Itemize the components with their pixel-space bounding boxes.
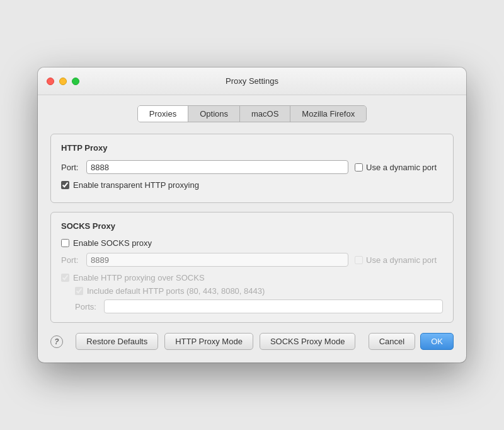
socks-port-input[interactable]	[86, 253, 348, 267]
http-transparent-label: Enable transparent HTTP proxying	[73, 180, 199, 190]
tab-proxies[interactable]: Proxies	[138, 106, 188, 122]
socks-http-over-socks-label: Enable HTTP proxying over SOCKS	[73, 273, 205, 282]
socks-default-ports-checkbox[interactable]	[75, 287, 83, 295]
restore-defaults-button[interactable]: Restore Defaults	[76, 333, 158, 350]
close-button[interactable]	[47, 78, 54, 85]
http-proxy-section: HTTP Proxy Port: Use a dynamic port Enab…	[50, 134, 454, 203]
http-transparent-row: Enable transparent HTTP proxying	[61, 180, 443, 190]
help-button[interactable]: ?	[50, 335, 63, 348]
http-transparent-checkbox[interactable]	[61, 181, 69, 189]
tab-group: Proxies Options macOS Mozilla Firefox	[137, 105, 367, 122]
socks-ports-sub-label: Ports:	[75, 302, 99, 311]
http-proxy-label: HTTP Proxy	[61, 143, 443, 153]
socks-enable-row: Enable SOCKS proxy	[61, 238, 443, 248]
socks-proxy-label: SOCKS Proxy	[61, 221, 443, 231]
tab-bar: Proxies Options macOS Mozilla Firefox	[50, 105, 454, 122]
cancel-button[interactable]: Cancel	[369, 333, 415, 350]
minimize-button[interactable]	[59, 78, 67, 85]
http-dynamic-port-checkbox[interactable]	[355, 163, 363, 171]
socks-enable-label: Enable SOCKS proxy	[73, 238, 152, 248]
http-port-input[interactable]	[86, 160, 348, 174]
bottom-right-buttons: Cancel OK	[369, 333, 454, 350]
socks-port-label: Port:	[61, 255, 80, 265]
http-port-label: Port:	[61, 163, 80, 172]
http-dynamic-port-row: Use a dynamic port	[355, 163, 443, 172]
maximize-button[interactable]	[72, 78, 79, 85]
ok-button[interactable]: OK	[420, 333, 454, 350]
socks-ports-sub-row: Ports:	[75, 299, 443, 313]
http-proxy-mode-button[interactable]: HTTP Proxy Mode	[164, 333, 253, 350]
socks-default-ports-label: Include default HTTP ports (80, 443, 808…	[87, 286, 265, 296]
traffic-lights	[47, 78, 79, 85]
window-title: Proxy Settings	[226, 76, 278, 86]
socks-proxy-mode-button[interactable]: SOCKS Proxy Mode	[260, 333, 356, 350]
socks-ports-input[interactable]	[104, 299, 443, 313]
socks-http-over-socks-row: Enable HTTP proxying over SOCKS	[61, 273, 443, 282]
title-bar: Proxy Settings	[38, 67, 466, 95]
socks-enable-checkbox[interactable]	[61, 239, 69, 247]
proxy-settings-window: Proxy Settings Proxies Options macOS Moz…	[38, 67, 466, 363]
tab-mozilla-firefox[interactable]: Mozilla Firefox	[290, 106, 366, 122]
socks-http-over-socks-checkbox[interactable]	[61, 274, 69, 282]
socks-port-row: Port: Use a dynamic port	[61, 253, 443, 267]
bottom-row: ? Restore Defaults HTTP Proxy Mode SOCKS…	[50, 333, 454, 350]
socks-dynamic-port-row: Use a dynamic port	[355, 255, 443, 265]
tab-macos[interactable]: macOS	[240, 106, 290, 122]
socks-proxy-section: SOCKS Proxy Enable SOCKS proxy Port: Use…	[50, 212, 454, 323]
window-content: Proxies Options macOS Mozilla Firefox HT…	[38, 95, 466, 363]
bottom-left-buttons: Restore Defaults HTTP Proxy Mode SOCKS P…	[76, 333, 355, 350]
socks-dynamic-port-label: Use a dynamic port	[366, 255, 437, 265]
http-port-row: Port: Use a dynamic port	[61, 160, 443, 174]
tab-options[interactable]: Options	[188, 106, 240, 122]
socks-default-ports-row: Include default HTTP ports (80, 443, 808…	[75, 286, 443, 296]
http-dynamic-port-label: Use a dynamic port	[366, 163, 437, 172]
socks-dynamic-port-checkbox[interactable]	[355, 256, 363, 264]
